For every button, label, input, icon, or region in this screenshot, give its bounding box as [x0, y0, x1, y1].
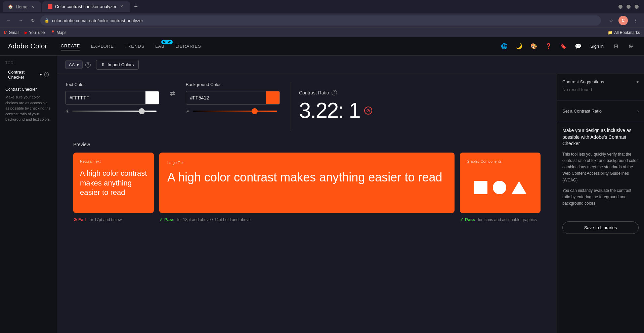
share-icon[interactable]: ⊕: [625, 41, 636, 52]
contrast-favicon: [48, 4, 52, 9]
pass-indicator-graphic: ✓ Pass: [460, 217, 475, 222]
contrast-suggestions-header[interactable]: Contrast Suggestions ▾: [562, 79, 639, 84]
wcag-chevron-icon: ▾: [77, 62, 79, 67]
help-icon[interactable]: ❓: [543, 41, 554, 52]
result-badge-graphic: ✓ Pass for icons and actionable graphics: [460, 217, 541, 222]
suggestions-chevron-icon: ▾: [637, 80, 639, 84]
swap-colors-icon[interactable]: ⇄: [170, 90, 175, 97]
bookmark-icon[interactable]: 🔖: [558, 41, 569, 52]
apps-icon[interactable]: ⊞: [610, 41, 621, 52]
bg-color-swatch[interactable]: [266, 91, 280, 105]
contrast-suggestions-label: Contrast Suggestions: [562, 79, 604, 84]
shape-triangle: [512, 181, 526, 194]
chat-icon[interactable]: 💬: [573, 41, 584, 52]
app-header: Adobe Color CREATE EXPLORE TRENDS LAB Ne…: [0, 37, 644, 56]
large-text-content: A high color contrast makes anything eas…: [167, 170, 446, 184]
sign-in-button[interactable]: Sign in: [588, 41, 606, 52]
forward-button[interactable]: →: [16, 16, 26, 25]
contrast-ratio-display: 3.22: 1 ⊘: [299, 98, 541, 123]
tab-contrast[interactable]: Color contrast checker analyzer ✕: [42, 1, 130, 12]
new-tab-button[interactable]: +: [131, 2, 141, 11]
tab-home-close[interactable]: ✕: [30, 4, 36, 9]
color-wheel-icon[interactable]: 🎨: [528, 41, 539, 52]
set-contrast-chevron-icon: ›: [637, 109, 639, 114]
globe-icon[interactable]: 🌐: [499, 41, 510, 52]
bg-color-group: Background Color ☀: [186, 82, 280, 114]
content-area: AA ▾ ? ⬆ Import Colors Tex: [57, 56, 644, 333]
tab-home[interactable]: 🏠 Home ✕: [3, 1, 41, 12]
bg-brightness-low-icon: ☀: [186, 109, 190, 114]
close-button[interactable]: ✕: [635, 5, 639, 9]
bookmark-gmail[interactable]: M Gmail: [4, 30, 19, 35]
nav-lab[interactable]: LAB New: [155, 42, 165, 50]
refresh-button[interactable]: ↻: [28, 16, 38, 25]
menu-icon[interactable]: ⋮: [631, 16, 640, 25]
nav-trends[interactable]: TRENDS: [125, 42, 144, 50]
contrast-ratio-label: Contrast Ratio ?: [299, 90, 541, 95]
tab-home-label: Home: [16, 4, 28, 9]
bookmark-youtube[interactable]: ▶ YouTube: [25, 30, 45, 35]
nav-explore[interactable]: EXPLORE: [91, 42, 114, 50]
fail-circle-icon: ⊘: [73, 217, 77, 222]
pass-circle-icon-large: ✓: [159, 217, 163, 222]
result-badge-large: ✓ Pass for 18pt and above / 14pt bold an…: [159, 217, 455, 222]
shape-circle: [493, 181, 506, 194]
home-favicon: 🏠: [8, 4, 13, 9]
address-bar[interactable]: 🔒 color.adobe.com/create/color-contrast-…: [40, 15, 601, 26]
youtube-favicon: ▶: [25, 30, 28, 35]
minimize-button[interactable]: —: [618, 5, 622, 9]
preview-card-graphic: Graphic Components: [460, 153, 541, 213]
pass-detail-large: for 18pt and above / 14pt bold and above: [177, 217, 251, 222]
bg-color-hex-input[interactable]: [186, 95, 266, 100]
theme-icon[interactable]: 🌙: [514, 41, 524, 52]
wcag-level-selector[interactable]: AA ▾: [65, 60, 83, 69]
right-panel-title: Make your design as inclusive as possibl…: [562, 127, 639, 147]
text-color-hex-input[interactable]: [66, 95, 145, 100]
maximize-button[interactable]: □: [627, 5, 631, 9]
bg-color-input-row: [186, 91, 280, 105]
nav-create[interactable]: CREATE: [61, 42, 80, 50]
toolbar-left: AA ▾ ?: [65, 60, 91, 69]
contrast-ratio-help-icon[interactable]: ?: [332, 90, 337, 95]
maps-label: Maps: [57, 30, 67, 35]
user-avatar[interactable]: C: [618, 16, 628, 25]
sidebar-checker-title: Contrast Checker: [5, 87, 51, 92]
all-bookmarks[interactable]: 📁 All Bookmarks: [608, 30, 640, 35]
bg-color-slider[interactable]: [193, 111, 277, 112]
app-container: Adobe Color CREATE EXPLORE TRENDS LAB Ne…: [0, 37, 644, 333]
tab-contrast-close[interactable]: ✕: [119, 4, 125, 9]
bookmark-maps[interactable]: 📍 Maps: [50, 30, 67, 35]
color-inputs: Text Color ☀ ⇄: [65, 82, 549, 131]
regular-text-content: A high color contrast makes anything eas…: [80, 169, 147, 198]
no-result-text: No result found: [562, 84, 639, 95]
bg-color-label: Background Color: [186, 82, 280, 87]
bg-color-slider-row: ☀: [186, 109, 280, 114]
maps-favicon: 📍: [50, 30, 55, 35]
fail-icon: ⊘: [364, 107, 372, 115]
sidebar-tool-label: Tool: [5, 61, 51, 65]
save-to-libraries-button[interactable]: Save to Libraries: [562, 221, 639, 234]
result-badges: ⊘ Fail for 17pt and below ✓ Pass: [73, 217, 541, 222]
right-panel-text-1: This tool lets you quickly verify that t…: [562, 151, 639, 183]
back-button[interactable]: ←: [4, 16, 13, 25]
result-badge-regular: ⊘ Fail for 17pt and below: [73, 217, 154, 222]
main-layout: Tool Contrast Checker ▾ ? Contrast Check…: [0, 56, 644, 333]
sidebar-item-contrast-checker[interactable]: Contrast Checker ▾ ?: [5, 68, 51, 82]
app-logo: Adobe Color: [8, 42, 47, 50]
text-color-swatch[interactable]: [145, 91, 159, 105]
nav-bar: ← → ↻ 🔒 color.adobe.com/create/color-con…: [0, 13, 644, 28]
contrast-checker-help[interactable]: ?: [44, 72, 49, 77]
preview-card-regular: Regular Text A high color contrast makes…: [73, 153, 154, 213]
sidebar-checker-desc: Make sure your color choices are as acce…: [5, 94, 51, 122]
contrast-ratio-panel: Contrast Ratio ? 3.22: 1 ⊘: [291, 82, 549, 131]
set-contrast-row[interactable]: Set a Contrast Ratio ›: [562, 106, 639, 116]
graphic-type: Graphic Components: [467, 159, 534, 163]
left-sidebar: Tool Contrast Checker ▾ ? Contrast Check…: [0, 56, 57, 333]
import-colors-button[interactable]: ⬆ Import Colors: [96, 60, 139, 70]
lab-badge: New: [161, 40, 173, 44]
text-color-slider[interactable]: [72, 111, 157, 112]
wcag-help-icon[interactable]: ?: [85, 62, 91, 68]
star-icon[interactable]: ☆: [606, 16, 616, 25]
lock-icon: 🔒: [44, 18, 49, 23]
nav-libraries[interactable]: LIBRARIES: [175, 42, 201, 50]
